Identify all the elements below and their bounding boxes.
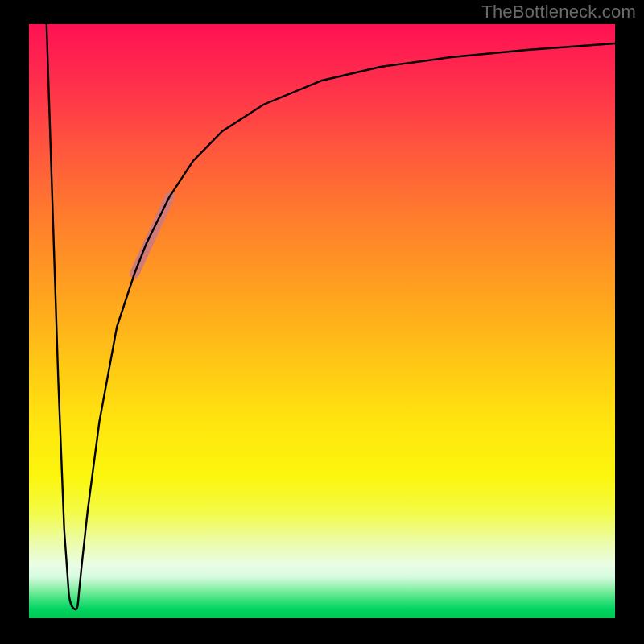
bottleneck-curve <box>47 24 615 609</box>
chart-container: TheBottleneck.com <box>0 0 644 644</box>
frame-border-left <box>0 0 29 644</box>
frame-border-right <box>615 0 644 644</box>
curve-layer <box>29 24 615 618</box>
watermark-text: TheBottleneck.com <box>481 2 636 23</box>
frame-border-bottom <box>0 618 644 644</box>
